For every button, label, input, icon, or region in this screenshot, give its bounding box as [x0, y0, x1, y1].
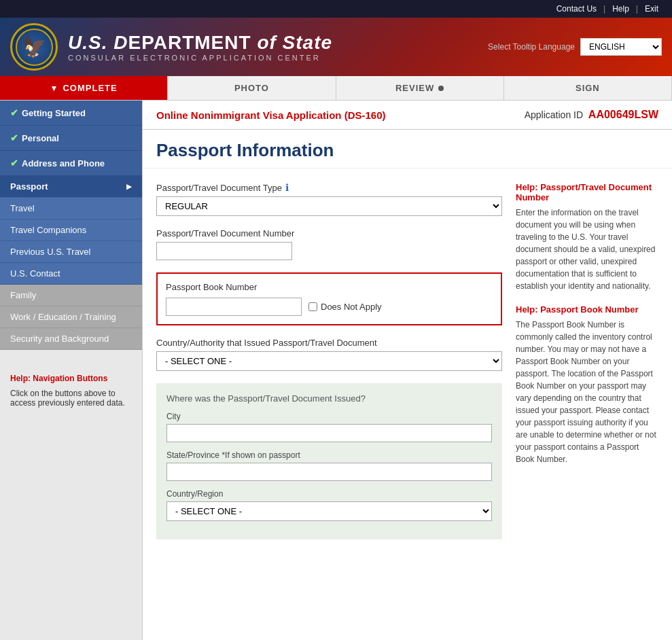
lang-label: Select Tooltip Language [488, 42, 575, 52]
sidebar-label-family: Family [10, 290, 36, 300]
sidebar-label-security: Security and Background [10, 334, 109, 344]
sidebar-label-getting-started: Getting Started [22, 108, 86, 118]
step-photo-label: PHOTO [234, 83, 269, 93]
sidebar-item-address-phone[interactable]: ✔ Address and Phone [0, 151, 142, 176]
form-content: Passport/Travel Document Type ℹ REGULAR … [143, 168, 672, 565]
sidebar-help-block: Help: Navigation Buttons Click on the bu… [0, 363, 142, 418]
sidebar-item-previous-travel[interactable]: Previous U.S. Travel [0, 241, 142, 263]
sidebar-item-personal[interactable]: ✔ Personal [0, 126, 142, 151]
form-main: Passport/Travel Document Type ℹ REGULAR … [156, 182, 502, 552]
issuing-country-label-text: Country/Authority that Issued Passport/T… [156, 338, 377, 348]
country-label: Country/Region [166, 489, 492, 499]
step-review[interactable]: REVIEW [336, 76, 504, 100]
help-block-1: Help: Passport/Travel Document Number En… [516, 182, 658, 292]
sidebar-label-work-education: Work / Education / Training [10, 312, 116, 322]
check-icon-getting-started: ✔ [10, 107, 18, 118]
doc-number-label-text: Passport/Travel Document Number [156, 228, 294, 238]
doc-number-label: Passport/Travel Document Number [156, 228, 502, 238]
sidebar-label-travel: Travel [10, 203, 35, 213]
book-number-row: Does Not Apply [166, 298, 493, 316]
sidebar-help-title: Help: Navigation Buttons [10, 374, 132, 383]
issued-where-label: Where was the Passport/Travel Document I… [166, 393, 492, 404]
sidebar-item-security-background[interactable]: Security and Background [0, 328, 142, 350]
help-2-body: The Passport Book Number is commonly cal… [516, 319, 658, 465]
doc-number-input[interactable] [156, 242, 292, 260]
sidebar-item-passport[interactable]: Passport [0, 176, 142, 198]
step-review-label: REVIEW [395, 83, 434, 93]
seal-inner: 🦅 [16, 29, 53, 66]
step-photo[interactable]: PHOTO [168, 76, 336, 100]
issued-where-section: Where was the Passport/Travel Document I… [156, 383, 502, 539]
book-number-label-text: Passport Book Number [166, 282, 257, 292]
state-input[interactable] [166, 463, 492, 481]
sidebar-help-prefix: Help: [10, 374, 31, 383]
does-not-apply-checkbox[interactable] [308, 302, 317, 311]
header-title-block: U.S. DEPARTMENT of State Consular Electr… [68, 32, 478, 62]
city-field: City [166, 412, 492, 442]
language-select[interactable]: ENGLISH ESPAÑOL FRANÇAIS [580, 38, 662, 56]
doc-number-group: Passport/Travel Document Number [156, 228, 502, 260]
step-complete-label: COMPLETE [63, 83, 117, 93]
sidebar-label-us-contact: U.S. Contact [10, 268, 60, 279]
sidebar-label-personal: Personal [22, 133, 59, 143]
city-label: City [166, 412, 492, 421]
exit-link[interactable]: Exit [638, 3, 665, 15]
content-header: Online Nonimmigrant Visa Application (DS… [143, 101, 672, 130]
site-subtitle: Consular Electronic Application Center [68, 54, 478, 62]
sidebar-label-previous-travel: Previous U.S. Travel [10, 247, 91, 257]
issuing-country-group: Country/Authority that Issued Passport/T… [156, 338, 502, 371]
seal-logo: 🦅 [10, 23, 58, 71]
help-heading-2: Help: Passport Book Number [516, 304, 658, 315]
does-not-apply-text: Does Not Apply [321, 302, 382, 312]
eagle-icon: 🦅 [22, 36, 46, 58]
app-id-block: Application ID AA00649LSW [525, 109, 658, 121]
app-id-label: Application ID [525, 109, 583, 120]
sidebar-item-travel-companions[interactable]: Travel Companions [0, 219, 142, 241]
main-layout: ✔ Getting Started ✔ Personal ✔ Address a… [0, 101, 672, 640]
help-block-2: Help: Passport Book Number The Passport … [516, 304, 658, 465]
check-icon-personal: ✔ [10, 132, 18, 143]
sidebar-item-work-education[interactable]: Work / Education / Training [0, 306, 142, 328]
state-field: State/Province *If shown on passport [166, 450, 492, 481]
step-complete[interactable]: ▼ COMPLETE [0, 76, 168, 100]
doc-type-group: Passport/Travel Document Type ℹ REGULAR … [156, 182, 502, 216]
country-select[interactable]: - SELECT ONE - [166, 501, 492, 521]
does-not-apply-label: Does Not Apply [308, 302, 382, 312]
passport-book-number-box: Passport Book Number Does Not Apply [156, 272, 502, 325]
app-title: Online Nonimmigrant Visa Application (DS… [156, 109, 386, 121]
app-id-value: AA00649LSW [588, 109, 658, 120]
help-1-prefix: Help: [516, 182, 538, 192]
step-navigation: ▼ COMPLETE PHOTO REVIEW SIGN [0, 76, 672, 101]
help-1-body: Enter the information on the travel docu… [516, 207, 658, 292]
book-number-input[interactable] [166, 298, 302, 316]
issuing-country-label: Country/Authority that Issued Passport/T… [156, 338, 502, 348]
help-panel: Help: Passport/Travel Document Number En… [516, 182, 658, 552]
help-link[interactable]: Help [605, 3, 636, 15]
sidebar-item-travel[interactable]: Travel [0, 198, 142, 219]
step-sign-label: SIGN [576, 83, 600, 93]
sidebar-item-family[interactable]: Family [0, 285, 142, 306]
sidebar-item-us-contact[interactable]: U.S. Contact [0, 263, 142, 285]
sidebar-label-travel-companions: Travel Companions [10, 225, 86, 235]
doc-type-label: Passport/Travel Document Type ℹ [156, 182, 502, 193]
info-icon-doc-type[interactable]: ℹ [285, 182, 289, 193]
country-field: Country/Region - SELECT ONE - [166, 489, 492, 521]
site-title: U.S. DEPARTMENT of State [68, 32, 478, 54]
main-content: Online Nonimmigrant Visa Application (DS… [143, 101, 672, 640]
state-label: State/Province *If shown on passport [166, 450, 492, 460]
site-header: 🦅 U.S. DEPARTMENT of State Consular Elec… [0, 18, 672, 76]
sidebar-item-getting-started[interactable]: ✔ Getting Started [0, 101, 142, 126]
sidebar-help-subject: Navigation Buttons [33, 374, 107, 383]
step-complete-arrow: ▼ [50, 84, 59, 93]
issuing-country-select[interactable]: - SELECT ONE - [156, 351, 502, 371]
sidebar: ✔ Getting Started ✔ Personal ✔ Address a… [0, 101, 143, 640]
sidebar-label-passport: Passport [10, 181, 48, 192]
contact-us-link[interactable]: Contact Us [550, 3, 603, 15]
doc-type-select[interactable]: REGULAR OFFICIAL DIPLOMATIC LAISSEZ-PASS… [156, 196, 502, 216]
city-input[interactable] [166, 424, 492, 442]
step-sign[interactable]: SIGN [504, 76, 672, 100]
review-dot [438, 86, 444, 91]
help-2-subject: Passport Book Number [540, 304, 638, 315]
page-title: Passport Information [143, 130, 672, 168]
help-2-prefix: Help: [516, 304, 538, 315]
